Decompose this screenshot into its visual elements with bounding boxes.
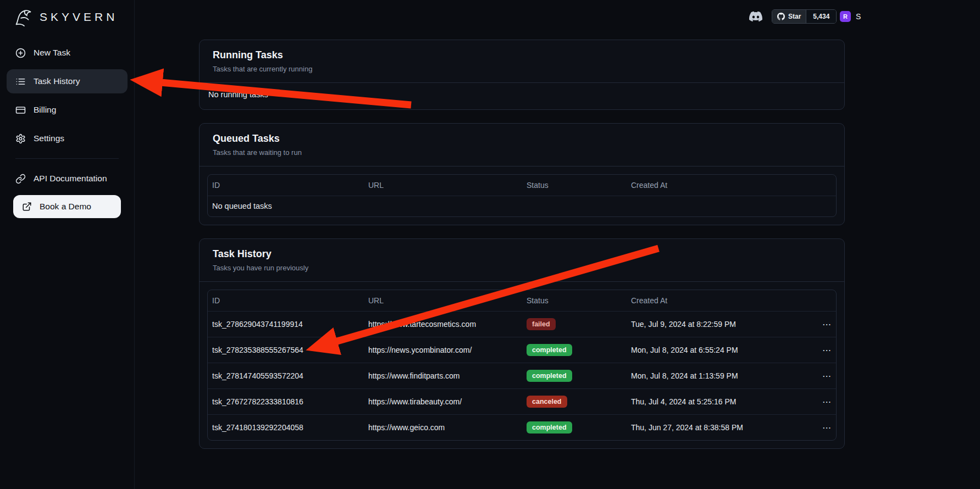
column-header-created-at: Created At: [631, 181, 807, 190]
github-icon: [777, 13, 785, 20]
task-created-cell: Thu, Jun 27, 2024 at 8:38:58 PM: [631, 423, 807, 432]
sidebar-item-label: New Task: [34, 48, 70, 58]
queued-tasks-empty-state: No queued tasks: [208, 196, 836, 216]
task-id-cell: tsk_274180139292204058: [212, 423, 368, 432]
discord-icon[interactable]: [749, 10, 762, 23]
running-tasks-card: Running Tasks Tasks that are currently r…: [199, 40, 845, 110]
sidebar-item-label: API Documentation: [34, 174, 107, 184]
task-url-cell: https://www.geico.com: [368, 423, 527, 432]
task-history-subtitle: Tasks you have run previously: [213, 264, 831, 272]
row-actions-button[interactable]: ⋯: [822, 371, 832, 381]
queued-tasks-title: Queued Tasks: [213, 133, 831, 145]
task-id-cell: tsk_278235388555267564: [212, 346, 368, 354]
table-row[interactable]: tsk_274180139292204058 https://www.geico…: [208, 414, 836, 440]
queued-tasks-subtitle: Tasks that are waiting to run: [213, 148, 831, 157]
status-badge: canceled: [527, 396, 567, 408]
queued-tasks-card: Queued Tasks Tasks that are waiting to r…: [199, 123, 845, 225]
avatar[interactable]: R: [840, 11, 851, 22]
column-header-id: ID: [212, 296, 368, 305]
column-header-url: URL: [368, 296, 527, 305]
task-history-header: Task History Tasks you have run previous…: [200, 239, 844, 282]
brand-header: SKYVERN: [0, 0, 134, 27]
column-header-created-at: Created At: [631, 296, 807, 305]
running-tasks-empty-state: No running tasks: [200, 83, 844, 109]
table-row[interactable]: tsk_278235388555267564 https://news.ycom…: [208, 337, 836, 363]
credit-card-icon: [15, 105, 26, 115]
row-actions-button[interactable]: ⋯: [822, 423, 832, 433]
task-status-cell: completed: [527, 421, 631, 434]
github-star-count: 5,434: [806, 10, 836, 23]
github-star-button[interactable]: Star 5,434: [772, 9, 837, 24]
task-created-cell: Mon, Jul 8, 2024 at 1:13:59 PM: [631, 371, 807, 380]
avatar-letter: R: [843, 13, 848, 20]
task-id-cell: tsk_276727822333810816: [212, 397, 368, 406]
running-tasks-header: Running Tasks Tasks that are currently r…: [200, 40, 844, 83]
user-name-partial: S: [856, 12, 861, 21]
sidebar-divider: [15, 158, 119, 159]
task-history-rows: tsk_278629043741199914 https://www.tarte…: [208, 311, 836, 440]
task-history-title: Task History: [213, 248, 831, 260]
task-created-cell: Tue, Jul 9, 2024 at 8:22:59 PM: [631, 320, 807, 329]
task-history-table: ID URL Status Created At tsk_27862904374…: [207, 290, 837, 441]
column-header-status: Status: [527, 296, 631, 305]
task-status-cell: canceled: [527, 396, 631, 408]
github-star-label: Star: [788, 13, 801, 20]
task-status-cell: failed: [527, 318, 631, 330]
sidebar-item-new-task[interactable]: New Task: [7, 41, 128, 65]
brand-name: SKYVERN: [40, 10, 118, 24]
task-url-cell: https://www.finditparts.com: [368, 371, 527, 380]
column-header-status: Status: [527, 181, 631, 190]
app-window: SKYVERN New Task Task History Billing: [0, 0, 980, 489]
sidebar-item-task-history[interactable]: Task History: [7, 69, 128, 93]
sidebar-item-label: Settings: [34, 134, 64, 143]
column-header-id: ID: [212, 181, 368, 190]
task-history-card: Task History Tasks you have run previous…: [199, 238, 845, 449]
sidebar-item-settings[interactable]: Settings: [7, 126, 128, 151]
table-row[interactable]: tsk_278147405593572204 https://www.findi…: [208, 363, 836, 388]
book-a-demo-label: Book a Demo: [40, 202, 91, 212]
sidebar-item-api-documentation[interactable]: API Documentation: [7, 166, 128, 191]
list-icon: [15, 76, 26, 87]
task-url-cell: https://www.tirabeauty.com/: [368, 397, 527, 406]
task-id-cell: tsk_278629043741199914: [212, 320, 368, 329]
queued-tasks-header: Queued Tasks Tasks that are waiting to r…: [200, 124, 844, 166]
sidebar-item-label: Task History: [34, 76, 80, 86]
book-a-demo-button[interactable]: Book a Demo: [13, 195, 121, 218]
link-icon: [15, 174, 26, 184]
queued-tasks-content: ID URL Status Created At No queued tasks: [200, 166, 844, 225]
table-row[interactable]: tsk_278629043741199914 https://www.tarte…: [208, 311, 836, 337]
plus-circle-icon: [15, 48, 26, 58]
main-content: Running Tasks Tasks that are currently r…: [199, 40, 845, 449]
task-created-cell: Mon, Jul 8, 2024 at 6:55:24 PM: [631, 346, 807, 354]
task-url-cell: https://www.tartecosmetics.com: [368, 320, 527, 329]
sidebar: SKYVERN New Task Task History Billing: [0, 0, 135, 489]
queued-tasks-table: ID URL Status Created At No queued tasks: [207, 174, 837, 217]
running-tasks-subtitle: Tasks that are currently running: [213, 65, 831, 73]
sidebar-item-billing[interactable]: Billing: [7, 98, 128, 122]
skyvern-logo-icon: [13, 7, 34, 27]
external-link-icon: [22, 202, 32, 212]
task-id-cell: tsk_278147405593572204: [212, 371, 368, 380]
gear-icon: [15, 134, 26, 144]
task-status-cell: completed: [527, 344, 631, 356]
sidebar-item-label: Billing: [34, 105, 56, 115]
task-created-cell: Thu, Jul 4, 2024 at 5:25:16 PM: [631, 397, 807, 406]
row-actions-button[interactable]: ⋯: [822, 345, 832, 355]
task-status-cell: completed: [527, 370, 631, 382]
status-badge: completed: [527, 370, 572, 382]
task-history-content: ID URL Status Created At tsk_27862904374…: [200, 282, 844, 448]
running-tasks-title: Running Tasks: [213, 49, 831, 61]
status-badge: completed: [527, 421, 572, 434]
row-actions-button[interactable]: ⋯: [822, 319, 832, 330]
table-row[interactable]: tsk_276727822333810816 https://www.tirab…: [208, 388, 836, 414]
task-url-cell: https://news.ycombinator.com/: [368, 346, 527, 354]
status-badge: completed: [527, 344, 572, 356]
table-header-row: ID URL Status Created At: [208, 290, 836, 311]
column-header-url: URL: [368, 181, 527, 190]
status-badge: failed: [527, 318, 556, 330]
table-header-row: ID URL Status Created At: [208, 175, 836, 196]
sidebar-nav: New Task Task History Billing Settings: [7, 41, 128, 218]
row-actions-button[interactable]: ⋯: [822, 397, 832, 407]
